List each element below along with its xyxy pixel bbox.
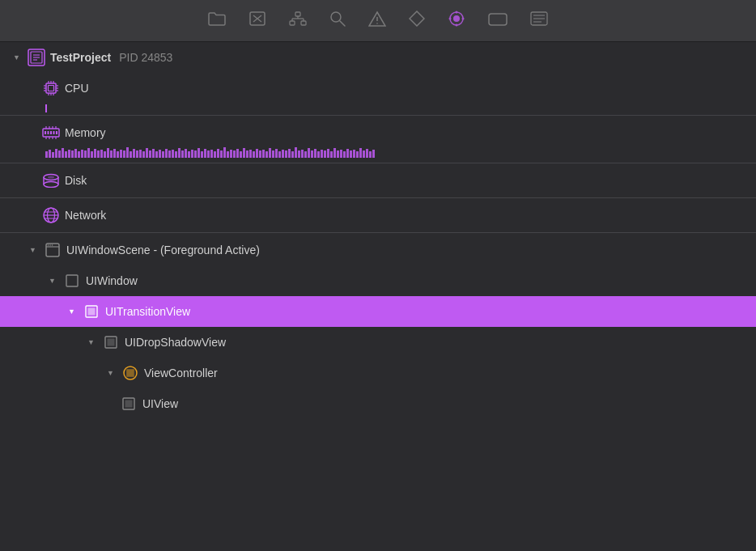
svg-rect-30 (46, 83, 56, 93)
svg-point-70 (52, 244, 53, 246)
warning-icon[interactable] (368, 11, 386, 31)
cpu-label: CPU (65, 82, 89, 95)
svg-point-14 (453, 15, 460, 22)
svg-rect-46 (48, 131, 49, 134)
svg-rect-4 (290, 21, 295, 25)
uitransitionview-icon (83, 303, 100, 320)
svg-point-16 (456, 11, 458, 14)
rect-icon[interactable] (488, 11, 508, 30)
svg-point-10 (331, 12, 341, 22)
chevron-down-icon-transition: ▼ (68, 307, 78, 316)
chevron-down-icon: ▼ (13, 53, 23, 61)
tree-item-uiview[interactable]: UIView (0, 388, 756, 419)
tree-item-uidropshadowview[interactable]: ▼ UIDropShadowView (0, 327, 756, 358)
uiwindow-label: UIWindow (86, 274, 138, 287)
disk-label: Disk (65, 174, 87, 187)
svg-line-11 (340, 21, 345, 26)
svg-rect-73 (88, 308, 96, 316)
svg-rect-47 (50, 131, 52, 134)
chevron-down-icon-vc: ▼ (107, 369, 117, 377)
svg-rect-20 (489, 14, 507, 25)
diamond-icon[interactable] (409, 11, 425, 31)
list-icon[interactable] (530, 11, 548, 30)
tree-item-viewcontroller[interactable]: ▼ ViewController (0, 358, 756, 388)
svg-rect-71 (66, 275, 78, 286)
divider-network (0, 232, 756, 233)
tree-item-cpu[interactable]: CPU (0, 73, 756, 104)
tree-panel: ▼ TestProject PID 24853 (0, 42, 756, 419)
svg-point-58 (44, 182, 58, 188)
divider-disk (0, 197, 756, 198)
svg-point-19 (462, 18, 465, 20)
svg-point-69 (49, 244, 51, 246)
project-name: TestProject (50, 51, 111, 64)
memory-icon (42, 124, 60, 142)
disk-icon (42, 172, 60, 189)
uiview-icon (120, 395, 138, 413)
uiwindowscene-label: UIWindowScene - (Foreground Active) (66, 244, 260, 256)
uitransitionview-label: UITransitionView (105, 305, 190, 318)
svg-point-18 (449, 18, 452, 20)
svg-rect-48 (53, 131, 55, 134)
svg-rect-75 (108, 339, 115, 346)
tree-item-disk[interactable]: Disk (0, 165, 756, 196)
tree-item-uitransitionview[interactable]: ▼ UITransitionView (0, 296, 756, 327)
project-icon (28, 49, 45, 66)
tree-item-uiwindowscene[interactable]: ▼ UIWindowScene - (Foreground Active) (0, 235, 756, 265)
svg-point-13 (376, 23, 378, 24)
viewcontroller-label: ViewController (144, 367, 218, 379)
svg-rect-78 (127, 370, 134, 377)
hierarchy-icon[interactable] (289, 11, 307, 30)
uiwindow-icon (63, 272, 81, 290)
svg-rect-49 (56, 131, 57, 134)
svg-rect-5 (301, 21, 306, 25)
tree-item-uiwindow[interactable]: ▼ UIWindow (0, 265, 756, 296)
chevron-down-icon-scene: ▼ (29, 246, 39, 254)
svg-point-62 (48, 176, 54, 179)
memory-chart (0, 148, 756, 161)
folder-icon[interactable] (208, 11, 226, 30)
uidropshadowview-label: UIDropShadowView (125, 336, 226, 349)
uidropshadowview-icon (102, 333, 120, 351)
uiview-label: UIView (142, 397, 178, 410)
kill-process-icon[interactable] (248, 11, 266, 30)
divider-cpu (0, 115, 756, 116)
toolbar (0, 0, 756, 42)
network-label: Network (65, 209, 106, 222)
viewcontroller-icon (121, 364, 139, 382)
svg-rect-45 (45, 131, 46, 134)
tree-item-testproject[interactable]: ▼ TestProject PID 24853 (0, 42, 756, 73)
memory-label: Memory (65, 126, 106, 139)
search-icon[interactable] (329, 11, 346, 31)
svg-rect-3 (295, 12, 300, 16)
tree-item-network[interactable]: Network (0, 200, 756, 231)
network-icon (42, 206, 60, 224)
debug-icon[interactable] (448, 10, 465, 32)
uiwindowscene-icon (44, 241, 62, 259)
divider-memory (0, 163, 756, 163)
svg-point-17 (456, 24, 458, 27)
chevron-down-icon-shadow: ▼ (87, 338, 97, 346)
svg-rect-80 (125, 401, 133, 408)
svg-point-68 (48, 244, 49, 246)
cpu-chart (0, 104, 756, 113)
project-pid: PID 24853 (119, 51, 172, 64)
cpu-icon (42, 79, 60, 97)
tree-item-memory[interactable]: Memory (0, 117, 756, 148)
svg-rect-31 (49, 86, 54, 91)
chevron-down-icon-window: ▼ (49, 277, 58, 285)
